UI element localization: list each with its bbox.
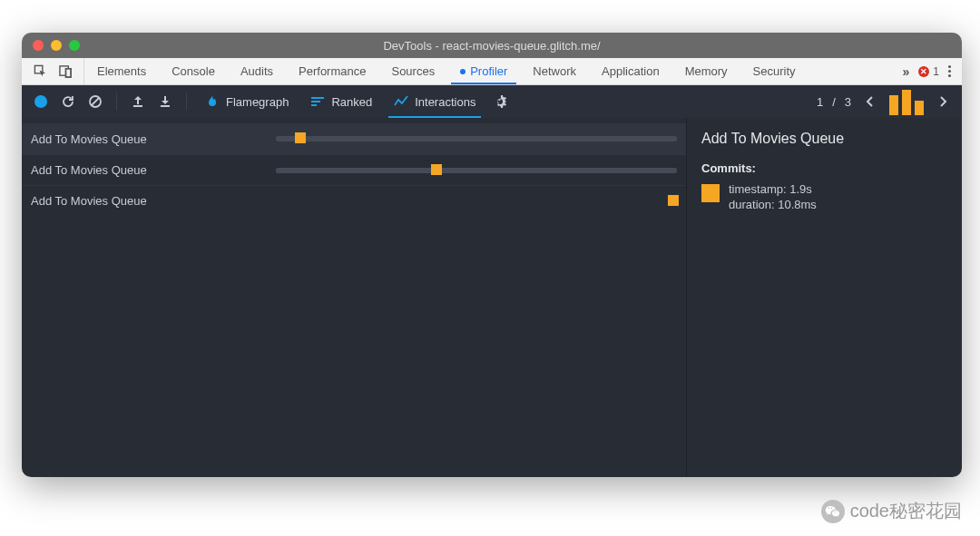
- error-badge[interactable]: ✕ 1: [918, 65, 939, 78]
- svg-rect-2: [65, 69, 71, 77]
- tab-profiler[interactable]: Profiler: [447, 58, 520, 84]
- tab-audits[interactable]: Audits: [228, 58, 286, 84]
- tabstrip-left-controls: [22, 58, 84, 84]
- interactions-icon: [394, 94, 408, 109]
- next-commit-button[interactable]: [933, 92, 953, 112]
- interaction-row[interactable]: Add To Movies Queue: [22, 154, 686, 185]
- profiler-toolbar: Flamegraph Ranked Interactions 1 / 3: [22, 85, 962, 118]
- devtools-tabstrip: ElementsConsoleAuditsPerformanceSourcesP…: [22, 58, 962, 85]
- interaction-label: Add To Movies Queue: [31, 132, 276, 146]
- commit-duration: duration: 10.8ms: [729, 198, 817, 211]
- commit-current: 1: [817, 95, 823, 109]
- flame-icon: [205, 94, 220, 109]
- interaction-marker[interactable]: [295, 132, 306, 143]
- tab-label: Security: [753, 64, 796, 78]
- wechat-icon: [821, 500, 845, 523]
- commit-bars[interactable]: [889, 88, 924, 115]
- commit-total: 3: [845, 95, 851, 109]
- tab-security[interactable]: Security: [740, 58, 808, 84]
- more-tabs-icon[interactable]: »: [903, 64, 910, 79]
- tab-label: Audits: [240, 64, 273, 78]
- commits-header: Commits:: [701, 161, 947, 175]
- upload-button[interactable]: [128, 92, 148, 112]
- watermark: code秘密花园: [821, 499, 962, 523]
- record-button[interactable]: [31, 92, 51, 112]
- devtools-tabs: ElementsConsoleAuditsPerformanceSourcesP…: [84, 58, 892, 84]
- tab-console[interactable]: Console: [159, 58, 228, 84]
- window-close-button[interactable]: [33, 40, 44, 51]
- watermark-text: code秘密花园: [850, 499, 962, 523]
- tab-label: Application: [602, 64, 660, 78]
- window-maximize-button[interactable]: [69, 40, 80, 51]
- interaction-label: Add To Movies Queue: [31, 163, 276, 177]
- interaction-row[interactable]: Add To Movies Queue: [22, 185, 686, 216]
- interaction-track: [276, 136, 677, 141]
- commit-navigator: 1 / 3: [817, 88, 953, 115]
- profiler-view-tabs: Flamegraph Ranked Interactions: [198, 85, 483, 118]
- clear-button[interactable]: [85, 92, 105, 112]
- commit-bar[interactable]: [902, 90, 911, 115]
- tab-label: Console: [172, 64, 215, 78]
- window-title: DevTools - react-movies-queue.glitch.me/: [22, 39, 962, 53]
- svg-rect-9: [311, 104, 317, 106]
- commit-swatch-icon: [701, 184, 720, 202]
- interaction-marker[interactable]: [668, 195, 679, 206]
- interaction-marker[interactable]: [431, 164, 442, 175]
- tab-label: Elements: [97, 64, 146, 78]
- device-toggle-icon[interactable]: [58, 64, 73, 79]
- traffic-lights: [22, 40, 80, 51]
- tab-label: Performance: [299, 64, 366, 78]
- tab-sources[interactable]: Sources: [378, 58, 447, 84]
- devtools-window: DevTools - react-movies-queue.glitch.me/…: [22, 33, 962, 477]
- flamegraph-tab[interactable]: Flamegraph: [198, 85, 296, 118]
- commit-timestamp: timestamp: 1.9s: [729, 182, 817, 196]
- commit-entry[interactable]: timestamp: 1.9s duration: 10.8ms: [701, 182, 947, 211]
- interactions-tab[interactable]: Interactions: [387, 85, 483, 118]
- interaction-track: [276, 199, 677, 204]
- interactions-list: Add To Movies QueueAdd To Movies QueueAd…: [22, 118, 686, 477]
- svg-rect-7: [311, 97, 324, 99]
- commit-bar[interactable]: [889, 95, 898, 115]
- error-icon: ✕: [918, 66, 929, 77]
- window-minimize-button[interactable]: [51, 40, 62, 51]
- tab-network[interactable]: Network: [520, 58, 589, 84]
- svg-rect-8: [311, 101, 320, 102]
- interaction-track: [276, 168, 677, 173]
- active-tab-dot-icon: [460, 69, 466, 74]
- tab-label: Memory: [685, 64, 728, 78]
- settings-kebab-icon[interactable]: [948, 65, 951, 77]
- tab-performance[interactable]: Performance: [286, 58, 378, 84]
- tab-elements[interactable]: Elements: [84, 58, 159, 84]
- prev-commit-button[interactable]: [860, 92, 880, 112]
- ranked-tab[interactable]: Ranked: [303, 85, 379, 118]
- profiler-main: Add To Movies QueueAdd To Movies QueueAd…: [22, 118, 962, 477]
- interaction-row[interactable]: Add To Movies Queue: [22, 123, 686, 154]
- ranked-icon: [310, 94, 325, 109]
- tab-label: Profiler: [470, 64, 507, 78]
- error-count: 1: [933, 65, 939, 78]
- inspect-element-icon[interactable]: [33, 64, 47, 79]
- tabstrip-right-controls: » ✕ 1: [892, 58, 962, 84]
- gear-icon: [493, 94, 507, 109]
- tab-memory[interactable]: Memory: [672, 58, 740, 84]
- svg-rect-5: [133, 105, 142, 107]
- tab-label: Sources: [391, 64, 435, 78]
- details-title: Add To Movies Queue: [701, 131, 947, 147]
- titlebar: DevTools - react-movies-queue.glitch.me/: [22, 33, 962, 58]
- commit-details-pane: Add To Movies Queue Commits: timestamp: …: [686, 118, 962, 477]
- tab-application[interactable]: Application: [589, 58, 672, 84]
- profiler-settings-button[interactable]: [490, 92, 510, 112]
- tab-label: Network: [533, 64, 576, 78]
- commit-bar[interactable]: [915, 101, 924, 115]
- interaction-label: Add To Movies Queue: [31, 194, 276, 208]
- reload-button[interactable]: [58, 92, 78, 112]
- download-button[interactable]: [155, 92, 175, 112]
- svg-rect-6: [161, 105, 170, 107]
